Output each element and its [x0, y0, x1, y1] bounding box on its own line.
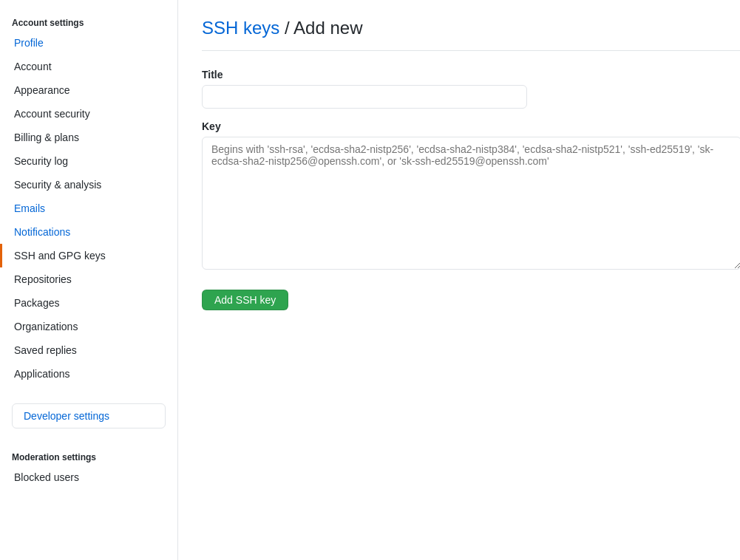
sidebar-item-billing-plans[interactable]: Billing & plans — [0, 126, 177, 149]
sidebar-item-developer-settings[interactable]: Developer settings — [13, 404, 165, 428]
sidebar-item-repositories[interactable]: Repositories — [0, 267, 177, 291]
sidebar-item-saved-replies[interactable]: Saved replies — [0, 338, 177, 362]
sidebar-item-packages[interactable]: Packages — [0, 291, 177, 315]
main-content: SSH keys / Add new Title Key Add SSH key — [178, 0, 740, 560]
key-form-group: Key — [202, 120, 740, 272]
page-header: SSH keys / Add new — [202, 18, 740, 51]
breadcrumb-separator: / — [279, 18, 293, 38]
sidebar-item-emails[interactable]: Emails — [0, 197, 177, 220]
sidebar-item-account-security[interactable]: Account security — [0, 102, 177, 126]
developer-settings-box: Developer settings — [12, 403, 166, 428]
sidebar-item-security-log[interactable]: Security log — [0, 149, 177, 173]
sidebar-item-account[interactable]: Account — [0, 55, 177, 78]
sidebar-item-applications[interactable]: Applications — [0, 362, 177, 386]
ssh-keys-breadcrumb-link[interactable]: SSH keys — [202, 18, 279, 38]
title-input[interactable] — [202, 85, 527, 109]
sidebar: Account settings Profile Account Appeara… — [0, 0, 178, 560]
moderation-settings-label: Moderation settings — [0, 446, 177, 465]
title-label: Title — [202, 69, 740, 81]
account-settings-label: Account settings — [0, 12, 177, 31]
title-form-group: Title — [202, 69, 740, 109]
add-ssh-key-button[interactable]: Add SSH key — [202, 290, 288, 310]
breadcrumb-current: Add new — [293, 18, 362, 38]
sidebar-item-ssh-gpg-keys[interactable]: SSH and GPG keys — [0, 244, 177, 267]
sidebar-item-blocked-users[interactable]: Blocked users — [0, 465, 177, 489]
sidebar-item-profile[interactable]: Profile — [0, 31, 177, 55]
sidebar-item-notifications[interactable]: Notifications — [0, 220, 177, 244]
key-textarea[interactable] — [202, 137, 740, 270]
sidebar-item-appearance[interactable]: Appearance — [0, 78, 177, 102]
sidebar-item-organizations[interactable]: Organizations — [0, 315, 177, 338]
sidebar-item-security-analysis[interactable]: Security & analysis — [0, 173, 177, 197]
key-label: Key — [202, 120, 740, 132]
